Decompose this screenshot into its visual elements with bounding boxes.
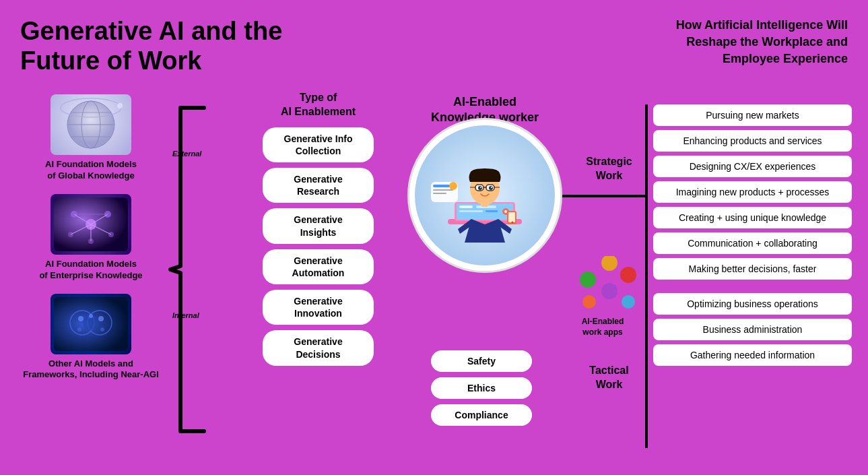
svg-point-65 — [622, 295, 635, 309]
svg-point-60 — [449, 182, 457, 190]
svg-point-47 — [491, 187, 492, 188]
svg-point-26 — [89, 314, 93, 318]
svg-point-46 — [480, 187, 481, 188]
safety-box: Safety — [431, 350, 532, 372]
model-label-other: Other AI Models andFrameworks, Including… — [23, 358, 159, 381]
enablement-column: Type ofAI Enablement Generative InfoColl… — [256, 91, 380, 371]
main-title: Generative AI and the Future of Work — [20, 17, 282, 75]
box-gathering: Gathering needed information — [653, 344, 852, 366]
svg-point-61 — [601, 256, 617, 271]
dots-container — [576, 256, 643, 326]
ethics-box: Ethics — [431, 377, 532, 399]
knowledge-worker-circle — [407, 118, 562, 273]
box-communication: Communication + collaborating — [653, 232, 852, 254]
box-decisions: Making better decisions, faster — [653, 258, 852, 280]
model-item-global: AI Foundation Modelsof Global Knowledge — [45, 94, 137, 182]
box-optimizing: Optimizing business operations — [653, 293, 852, 315]
enablement-box-decisions: GenerativeDecisions — [263, 330, 374, 365]
external-label: External — [172, 150, 201, 158]
svg-rect-54 — [508, 212, 515, 222]
tactical-work-label: TacticalWork — [577, 364, 641, 392]
model-item-other: Other AI Models andFrameworks, Including… — [23, 294, 159, 381]
model-label-enterprise: AI Foundation Modelsof Enterprise Knowle… — [39, 259, 142, 282]
svg-point-27 — [98, 316, 104, 321]
right-column: Pursuing new markets Enhancing products … — [653, 104, 852, 366]
subtitle: How Artificial Intelligence Will Reshape… — [676, 17, 848, 68]
svg-point-25 — [78, 316, 84, 321]
box-admin: Business administration — [653, 319, 852, 340]
svg-point-28 — [77, 327, 81, 331]
left-models-column: AI Foundation Modelsof Global Knowledge — [17, 94, 165, 381]
svg-point-66 — [582, 295, 596, 309]
strategic-work-label: StrategicWork — [577, 155, 641, 183]
svg-point-29 — [100, 327, 104, 331]
enablement-box-automation: GenerativeAutomation — [263, 249, 374, 284]
model-label-global: AI Foundation Modelsof Global Knowledge — [45, 159, 137, 182]
svg-point-64 — [601, 283, 617, 299]
compliance-box: Compliance — [431, 404, 532, 426]
box-creating: Creating + using unique knowledge — [653, 207, 852, 228]
enablement-box-info: Generative InfoCollection — [263, 127, 374, 162]
enablement-box-insights: GenerativeInsights — [263, 208, 374, 243]
enablement-title: Type ofAI Enablement — [281, 91, 356, 119]
svg-rect-59 — [433, 193, 446, 194]
internal-label: Internal — [172, 311, 199, 319]
svg-rect-36 — [459, 210, 483, 212]
work-apps-label: AI-Enabledwork apps — [576, 317, 630, 338]
svg-point-55 — [512, 222, 514, 224]
enablement-box-research: GenerativeResearch — [263, 168, 374, 203]
box-enhancing: Enhancing products and services — [653, 130, 852, 152]
globe-image — [51, 94, 131, 155]
model-item-enterprise: AI Foundation Modelsof Enterprise Knowle… — [39, 194, 142, 282]
box-designing: Designing CX/EX experiences — [653, 156, 852, 177]
svg-point-7 — [117, 103, 123, 108]
box-pursuing: Pursuing new markets — [653, 104, 852, 126]
svg-rect-34 — [459, 205, 473, 208]
svg-point-45 — [489, 186, 493, 190]
other-image — [51, 294, 131, 354]
svg-rect-37 — [486, 210, 498, 212]
svg-point-44 — [478, 186, 482, 190]
svg-rect-57 — [433, 185, 450, 187]
enablement-box-innovation: GenerativeInnovation — [263, 290, 374, 325]
svg-point-62 — [620, 267, 636, 283]
svg-rect-58 — [433, 189, 453, 191]
svg-point-39 — [504, 210, 507, 213]
right-vertical-line — [645, 104, 648, 448]
enterprise-image — [51, 194, 131, 255]
box-imagining: Imagining new products + processes — [653, 181, 852, 203]
svg-point-63 — [580, 272, 596, 288]
bottom-boxes: Safety Ethics Compliance — [431, 350, 532, 426]
